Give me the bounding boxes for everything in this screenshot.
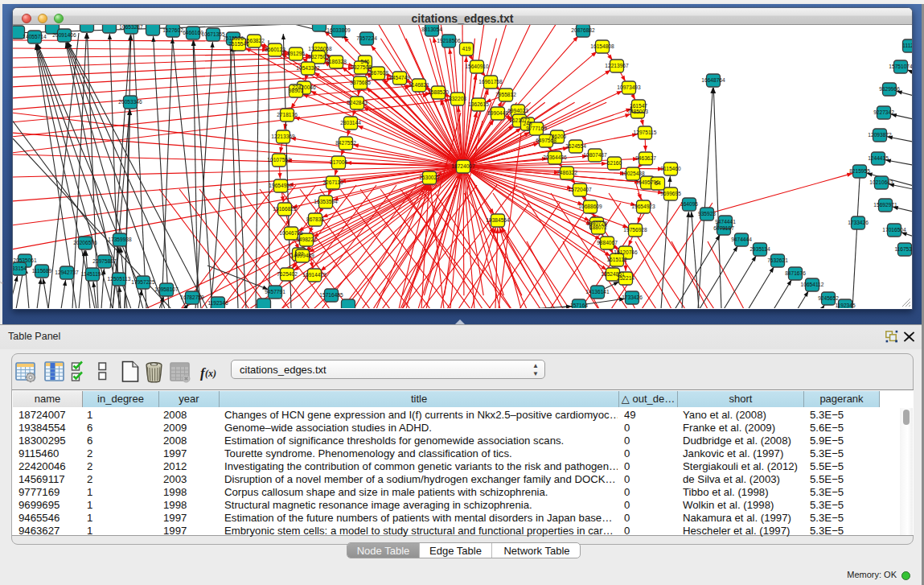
svg-text:10543342: 10543342 xyxy=(296,65,320,71)
svg-text:6479197: 6479197 xyxy=(713,225,734,231)
svg-text:8427552: 8427552 xyxy=(335,140,356,146)
svg-text:16353594: 16353594 xyxy=(314,199,338,204)
svg-text:12213967: 12213967 xyxy=(605,63,629,68)
svg-text:2718176: 2718176 xyxy=(277,112,298,117)
svg-text:8813054: 8813054 xyxy=(421,27,442,32)
svg-text:19218506: 19218506 xyxy=(437,38,461,43)
svg-text:9327508: 9327508 xyxy=(351,64,372,70)
svg-text:7632621: 7632621 xyxy=(767,257,788,263)
svg-text:16961758: 16961758 xyxy=(478,79,503,84)
svg-text:6466160: 6466160 xyxy=(183,30,203,35)
svg-text:2530027: 2530027 xyxy=(419,175,440,180)
svg-text:1115689: 1115689 xyxy=(32,268,52,274)
svg-text:20364436: 20364436 xyxy=(543,154,567,160)
svg-text:20053346: 20053346 xyxy=(118,99,142,105)
svg-text:317004: 317004 xyxy=(330,159,347,165)
svg-text:1527602: 1527602 xyxy=(162,27,183,33)
svg-text:10958107: 10958107 xyxy=(154,286,179,292)
svg-text:6497568: 6497568 xyxy=(536,138,556,143)
svg-text:7515526: 7515526 xyxy=(223,35,244,41)
svg-text:11451194: 11451194 xyxy=(81,271,105,277)
svg-text:1244415: 1244415 xyxy=(868,155,889,161)
svg-text:9146821: 9146821 xyxy=(409,82,429,88)
svg-text:8215955: 8215955 xyxy=(849,168,870,174)
svg-text:2588520: 2588520 xyxy=(428,89,449,95)
svg-text:14136141: 14136141 xyxy=(585,289,610,295)
svg-text:(x): (x) xyxy=(205,368,216,379)
svg-text:8660123: 8660123 xyxy=(265,47,285,52)
svg-text:2803144: 2803144 xyxy=(340,120,361,126)
svg-text:867833: 867833 xyxy=(306,216,324,222)
svg-text:9498222: 9498222 xyxy=(296,237,317,242)
svg-text:10688609: 10688609 xyxy=(578,204,602,209)
svg-text:1362615: 1362615 xyxy=(468,101,489,107)
svg-text:3624554: 3624554 xyxy=(565,143,586,149)
svg-text:10671355: 10671355 xyxy=(201,31,225,37)
svg-text:15751074: 15751074 xyxy=(889,64,912,69)
svg-text:15640910: 15640910 xyxy=(465,64,489,69)
svg-text:8454749: 8454749 xyxy=(389,75,410,80)
svg-text:7485003: 7485003 xyxy=(627,109,648,114)
svg-text:10046786: 10046786 xyxy=(279,230,303,236)
svg-text:7955812: 7955812 xyxy=(495,92,516,97)
svg-text:419: 419 xyxy=(462,46,470,51)
svg-text:164095: 164095 xyxy=(680,201,698,207)
svg-text:157164: 157164 xyxy=(570,303,588,308)
svg-text:9242843: 9242843 xyxy=(347,100,368,105)
svg-text:9474441: 9474441 xyxy=(715,219,736,225)
svg-text:10210643: 10210643 xyxy=(869,179,893,185)
svg-text:9245652: 9245652 xyxy=(818,295,839,301)
svg-text:19654923: 19654923 xyxy=(631,204,655,209)
svg-text:9227342: 9227342 xyxy=(873,109,894,115)
svg-text:10654112: 10654112 xyxy=(801,282,824,287)
svg-text:8471676: 8471676 xyxy=(785,270,806,276)
svg-text:17016504: 17016504 xyxy=(882,227,906,233)
svg-text:20091406: 20091406 xyxy=(52,32,76,38)
svg-text:3267110: 3267110 xyxy=(322,179,343,185)
svg-text:7563822: 7563822 xyxy=(244,38,265,43)
svg-text:12213369: 12213369 xyxy=(271,134,295,139)
svg-text:23975887: 23975887 xyxy=(92,258,117,264)
svg-text:10107552: 10107552 xyxy=(267,157,291,163)
svg-text:16782759: 16782759 xyxy=(180,295,204,300)
svg-text:20535061: 20535061 xyxy=(13,257,37,263)
svg-text:17957225: 17957225 xyxy=(131,279,155,285)
svg-text:19384554: 19384554 xyxy=(486,217,510,223)
svg-text:64: 64 xyxy=(655,180,661,186)
svg-text:832203: 832203 xyxy=(449,96,466,101)
svg-text:9777169: 9777169 xyxy=(526,126,547,131)
svg-text:9329966: 9329966 xyxy=(879,86,900,92)
svg-text:7357224: 7357224 xyxy=(356,35,377,41)
svg-text:19756928: 19756928 xyxy=(623,227,647,233)
svg-text:20206576: 20206576 xyxy=(73,240,97,245)
svg-text:161547: 161547 xyxy=(630,103,647,109)
svg-text:62160: 62160 xyxy=(607,160,622,166)
svg-text:12942737: 12942737 xyxy=(55,270,79,275)
svg-text:9457791: 9457791 xyxy=(265,289,285,295)
svg-text:546: 546 xyxy=(360,59,369,64)
svg-text:98901: 98901 xyxy=(289,88,304,93)
svg-text:9474444: 9474444 xyxy=(731,237,752,242)
svg-text:9699695: 9699695 xyxy=(660,191,681,196)
svg-text:17359938: 17359938 xyxy=(108,237,132,242)
svg-text:14055714: 14055714 xyxy=(23,34,47,39)
svg-text:15716485: 15716485 xyxy=(319,292,343,298)
svg-text:8186328: 8186328 xyxy=(326,59,347,64)
svg-text:15720407: 15720407 xyxy=(568,187,592,192)
svg-text:2867608: 2867608 xyxy=(368,70,388,76)
svg-text:16154808: 16154808 xyxy=(590,43,614,49)
svg-text:7625402: 7625402 xyxy=(277,271,298,277)
svg-text:3375685: 3375685 xyxy=(350,80,371,85)
svg-text:6994023: 6994023 xyxy=(507,108,528,113)
svg-text:33154: 33154 xyxy=(13,266,27,271)
svg-text:16648764: 16648764 xyxy=(701,77,725,83)
svg-text:12505113: 12505113 xyxy=(108,276,131,282)
svg-text:891295: 891295 xyxy=(287,51,305,56)
svg-text:7486322: 7486322 xyxy=(556,170,577,175)
svg-text:935923: 935923 xyxy=(698,211,716,216)
svg-text:10973493: 10973493 xyxy=(617,84,641,90)
svg-text:8990448: 8990448 xyxy=(487,110,508,116)
svg-text:10653287: 10653287 xyxy=(119,25,143,30)
svg-text:1192346: 1192346 xyxy=(207,300,228,306)
svg-text:10025438: 10025438 xyxy=(621,171,645,176)
